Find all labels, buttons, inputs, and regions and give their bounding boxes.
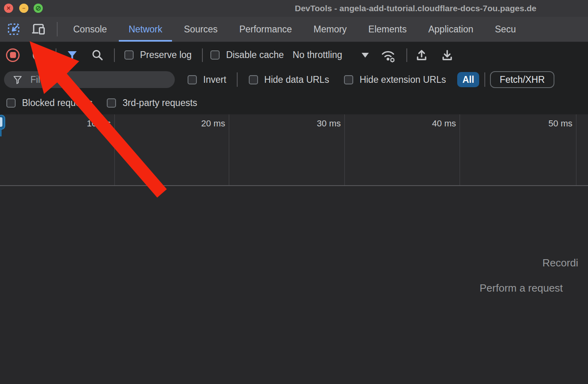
hide-extension-urls-checkbox[interactable] [344,75,353,84]
network-conditions-button[interactable] [379,46,397,64]
timeline-column: 40 ms [345,114,460,185]
separator [237,72,238,87]
record-icon [10,52,16,58]
record-network-log-button[interactable] [6,48,20,62]
overview-drag-handle-grip [0,117,2,127]
titlebar: ✕ − ⊘ DevTools - angela-add-tutorial.clo… [0,0,588,17]
blocked-requests-label: Blocked requests [22,98,92,108]
timeline-column: 30 ms [229,114,345,185]
preserve-log-checkbox[interactable] [124,50,134,60]
close-button[interactable]: ✕ [4,4,13,13]
separator [406,48,407,62]
network-overview-timeline[interactable]: 10 ms 20 ms 30 ms 40 ms 50 ms [0,114,588,186]
invert-toggle[interactable]: Invert [188,74,226,85]
invert-checkbox[interactable] [188,75,197,84]
overview-drag-handle[interactable] [0,115,5,130]
timeline-column: 10 ms [0,114,115,185]
blocked-requests-toggle[interactable]: Blocked requests [6,98,92,108]
perform-request-hint-text: Perform a request [480,282,563,294]
timeline-column: 20 ms [115,114,229,185]
network-filter-bar: Invert Hide data URLs Hide extension URL… [0,68,588,91]
tab-memory[interactable]: Memory [303,17,358,42]
filter-toggle-button[interactable] [63,46,81,64]
disable-cache-label: Disable cache [226,50,284,60]
tab-security[interactable]: Secu [484,17,526,42]
request-type-all-chip[interactable]: All [457,72,479,87]
overview-drag-handle-stem [0,130,2,136]
disable-cache-toggle[interactable]: Disable cache [210,50,284,60]
zoom-button[interactable]: ⊘ [34,4,43,13]
tab-performance[interactable]: Performance [228,17,303,42]
download-icon [441,49,454,62]
inspect-cursor-icon [7,23,20,36]
timeline-column: 50 ms [460,114,576,185]
network-toolbar: Preserve log Disable cache No throttling [0,42,588,68]
upload-icon [415,49,428,62]
chevron-down-icon [362,53,369,58]
inspect-element-button[interactable] [5,20,22,38]
request-type-fetch-xhr-chip[interactable]: Fetch/XHR [490,71,554,88]
funnel-icon [67,50,78,60]
window-title: DevTools - angela-add-tutorial.cloudflar… [295,4,536,13]
preserve-log-label: Preserve log [140,50,192,60]
filter-input[interactable] [30,74,163,86]
tab-application[interactable]: Application [418,17,484,42]
hide-extension-urls-label: Hide extension URLs [360,74,446,85]
hide-data-urls-checkbox[interactable] [249,75,258,84]
tab-elements[interactable]: Elements [358,17,418,42]
search-icon [92,49,103,61]
recording-status-text: Recordi [542,257,578,269]
devtools-tabbar: Console Network Sources Performance Memo… [0,17,588,42]
separator [484,72,485,87]
tab-console[interactable]: Console [62,17,118,42]
hide-data-urls-label: Hide data URLs [264,74,329,85]
blocked-requests-checkbox[interactable] [6,98,16,108]
hide-extension-urls-toggle[interactable]: Hide extension URLs [344,74,446,85]
panel-tabs: Console Network Sources Performance Memo… [62,17,527,42]
device-toolbar-icon [32,23,45,35]
search-button[interactable] [88,46,106,64]
separator [56,48,56,62]
timeline-marker-label: 50 ms [548,118,572,128]
wifi-gear-icon [379,48,397,63]
minimize-button[interactable]: − [19,4,28,13]
tab-sources[interactable]: Sources [173,17,228,42]
toggle-device-toolbar-button[interactable] [30,20,47,38]
devtools-window: ✕ − ⊘ DevTools - angela-add-tutorial.clo… [0,0,588,384]
separator [57,22,58,36]
separator [114,48,115,62]
throttling-value: No throttling [293,50,342,60]
filter-input-container[interactable] [4,71,175,88]
funnel-outline-icon [13,75,22,84]
disable-cache-checkbox[interactable] [210,50,220,60]
clear-network-log-button[interactable] [33,50,44,61]
timeline-marker-label: 20 ms [201,118,225,128]
export-har-button[interactable] [438,46,456,64]
timeline-marker-label: 30 ms [317,118,341,128]
tab-network[interactable]: Network [118,17,173,42]
import-har-button[interactable] [413,46,430,64]
timeline-marker-label: 10 ms [87,118,111,128]
invert-label: Invert [203,74,226,85]
timeline-marker-label: 40 ms [432,118,456,128]
hide-data-urls-toggle[interactable]: Hide data URLs [249,74,329,85]
separator [202,48,203,62]
third-party-requests-label: 3rd-party requests [122,98,197,108]
throttling-select[interactable]: No throttling [293,50,369,60]
third-party-requests-toggle[interactable]: 3rd-party requests [107,98,197,108]
more-filters-bar: Blocked requests 3rd-party requests [0,91,588,114]
preserve-log-toggle[interactable]: Preserve log [124,50,192,60]
third-party-requests-checkbox[interactable] [107,98,116,108]
